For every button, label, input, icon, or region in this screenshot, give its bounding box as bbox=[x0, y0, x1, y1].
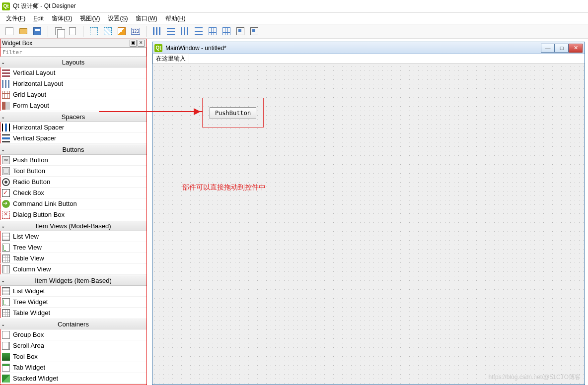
widget-item[interactable]: Tab Widget bbox=[0, 362, 147, 373]
form-body[interactable]: PushButton 部件可以直接拖动到控件中 https://blog.csd… bbox=[152, 64, 585, 385]
widget-item[interactable]: Horizontal Spacer bbox=[0, 122, 147, 133]
push-button-widget[interactable]: PushButton bbox=[210, 107, 256, 119]
open-button[interactable] bbox=[17, 25, 30, 38]
layout-form-button[interactable] bbox=[220, 25, 233, 38]
widget-item[interactable]: Grid Layout bbox=[0, 89, 147, 100]
save-icon bbox=[33, 27, 41, 35]
widget-item-label: Table Widget bbox=[13, 309, 50, 317]
category-label: Layouts bbox=[0, 59, 147, 66]
edit-widgets-button[interactable] bbox=[87, 25, 100, 38]
category-label: Spacers bbox=[0, 113, 147, 121]
form-menubar[interactable]: 在这里输入 bbox=[152, 54, 585, 64]
list-widget-icon bbox=[2, 287, 10, 295]
widget-item[interactable]: Vertical Layout bbox=[0, 67, 147, 78]
widget-box-tree: ▲ ⌄LayoutsVertical LayoutHorizontal Layo… bbox=[0, 57, 147, 385]
minimize-icon[interactable]: — bbox=[541, 44, 555, 53]
category-label: Item Widgets (Item-Based) bbox=[0, 277, 147, 284]
window-titlebar: Qt Qt 设计师 - Qt Designer bbox=[0, 0, 588, 13]
widget-item-label: Push Button bbox=[13, 156, 48, 164]
widget-item[interactable]: Dialog Button Box bbox=[0, 209, 147, 220]
layout-horizontal-button[interactable] bbox=[150, 25, 163, 38]
annotation-arrow-icon bbox=[99, 111, 203, 112]
paste-button[interactable] bbox=[66, 25, 79, 38]
list-view-icon bbox=[2, 233, 10, 241]
widget-category-header[interactable]: ⌄Buttons bbox=[0, 144, 147, 155]
widget-item-label: Dialog Button Box bbox=[13, 211, 65, 218]
scroll-area-icon bbox=[2, 342, 10, 350]
copy-button[interactable] bbox=[52, 25, 65, 38]
menu-settings[interactable]: 设置(S) bbox=[104, 13, 132, 24]
widget-item[interactable]: Tool Box bbox=[0, 351, 147, 362]
widget-item[interactable]: Tree Widget bbox=[0, 297, 147, 308]
paste-icon bbox=[69, 27, 76, 35]
layout-vertical-button[interactable] bbox=[164, 25, 177, 38]
check-box-icon bbox=[2, 189, 10, 197]
chevron-down-icon: ⌄ bbox=[1, 147, 5, 152]
table-widget-icon bbox=[2, 309, 10, 317]
widget-item-label: List View bbox=[13, 233, 39, 240]
widget-item[interactable]: Command Link Button bbox=[0, 198, 147, 209]
qt-form-icon: Qt bbox=[154, 44, 162, 52]
widget-category-header[interactable]: ⌄Containers bbox=[0, 319, 147, 329]
folder-open-icon bbox=[19, 28, 27, 34]
edit-tab-order-button[interactable]: 123 bbox=[129, 25, 142, 38]
widget-item[interactable]: List View bbox=[0, 231, 147, 242]
widget-item[interactable]: Vertical Spacer bbox=[0, 133, 147, 144]
menu-edit[interactable]: Edit bbox=[29, 14, 48, 23]
widget-item[interactable]: OKPush Button bbox=[0, 155, 147, 166]
save-button[interactable] bbox=[31, 25, 44, 38]
edit-buddies-icon bbox=[118, 27, 126, 35]
form-window: Qt MainWindow - untitled* — □ ✕ 在这里输入 Pu… bbox=[152, 42, 585, 385]
widget-item[interactable]: Column View bbox=[0, 264, 147, 275]
edit-buddies-button[interactable] bbox=[115, 25, 128, 38]
maximize-icon[interactable]: □ bbox=[555, 44, 569, 53]
layout-grid-button[interactable] bbox=[206, 25, 219, 38]
toolbar-separator bbox=[48, 26, 48, 37]
file-new-icon bbox=[5, 27, 13, 35]
widget-category-header[interactable]: ⌄Spacers bbox=[0, 111, 147, 122]
menu-view[interactable]: 视图(V) bbox=[76, 13, 104, 24]
widget-item[interactable]: Check Box bbox=[0, 188, 147, 198]
widget-item[interactable]: Tool Button bbox=[0, 166, 147, 177]
widget-item-label: Horizontal Layout bbox=[13, 80, 63, 87]
widget-item[interactable]: Form Layout bbox=[0, 100, 147, 111]
menu-help[interactable]: 帮助(H) bbox=[161, 13, 190, 24]
widget-item[interactable]: Group Box bbox=[0, 329, 147, 340]
widget-box-close-icon[interactable]: ✕ bbox=[138, 40, 145, 47]
widget-item[interactable]: Table View bbox=[0, 253, 147, 264]
widget-item-label: Grid Layout bbox=[13, 91, 46, 98]
tool-button-icon bbox=[2, 167, 10, 175]
layout-v-splitter-button[interactable] bbox=[192, 25, 205, 38]
menu-window[interactable]: 窗口(W) bbox=[132, 13, 161, 24]
widget-item[interactable]: Horizontal Layout bbox=[0, 78, 147, 89]
menu-form[interactable]: 窗体(O) bbox=[48, 13, 76, 24]
widget-item[interactable]: List Widget bbox=[0, 286, 147, 297]
horizontal-spacer-icon bbox=[2, 124, 10, 131]
menu-file[interactable]: 文件(F) bbox=[2, 13, 29, 24]
new-button[interactable] bbox=[3, 25, 16, 38]
widget-item[interactable]: Stacked Widget bbox=[0, 373, 147, 384]
widget-category-header[interactable]: ⌄Item Widgets (Item-Based) bbox=[0, 275, 147, 286]
watermark-text: https://blog.csdn.net/@51CTO博客 bbox=[489, 373, 581, 382]
widget-box-filter-input[interactable] bbox=[0, 48, 147, 57]
widget-box-float-icon[interactable]: ▣ bbox=[130, 40, 137, 47]
adjust-size-button[interactable] bbox=[248, 25, 261, 38]
widget-item[interactable]: Table Widget bbox=[0, 308, 147, 319]
form-menu-hint[interactable]: 在这里输入 bbox=[152, 54, 189, 64]
window-title: Qt 设计师 - Qt Designer bbox=[13, 2, 76, 10]
widget-category-header[interactable]: ⌄Layouts bbox=[0, 57, 147, 67]
widget-item[interactable]: Scroll Area bbox=[0, 340, 147, 351]
edit-signals-button[interactable] bbox=[101, 25, 114, 38]
widget-item[interactable]: Radio Button bbox=[0, 177, 147, 188]
widget-item-label: Column View bbox=[13, 265, 51, 273]
widget-item[interactable]: Tree View bbox=[0, 242, 147, 253]
tree-view-icon bbox=[2, 244, 10, 252]
close-icon[interactable]: ✕ bbox=[569, 44, 583, 53]
form-window-titlebar[interactable]: Qt MainWindow - untitled* — □ ✕ bbox=[152, 42, 585, 54]
widget-category-header[interactable]: ⌄Item Views (Model-Based) bbox=[0, 220, 147, 231]
command-link-button-icon bbox=[2, 200, 10, 208]
layout-grid-icon bbox=[209, 27, 217, 35]
break-layout-button[interactable] bbox=[234, 25, 247, 38]
grid-layout-icon bbox=[2, 91, 10, 99]
layout-h-splitter-button[interactable] bbox=[178, 25, 191, 38]
